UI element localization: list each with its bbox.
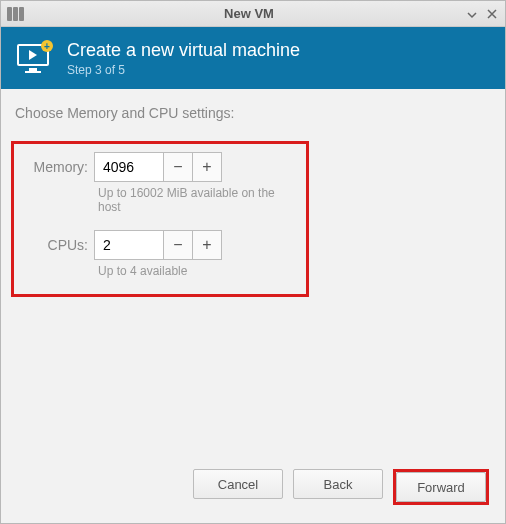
back-button[interactable]: Back bbox=[293, 469, 383, 499]
window-controls bbox=[465, 7, 499, 21]
memory-spinner: − + bbox=[94, 152, 222, 182]
memory-row: Memory: − + bbox=[14, 152, 296, 182]
wizard-content: Choose Memory and CPU settings: Memory: … bbox=[1, 89, 505, 451]
memory-decrement[interactable]: − bbox=[163, 152, 193, 182]
svg-rect-6 bbox=[29, 68, 37, 71]
titlebar: New VM bbox=[1, 1, 505, 27]
svg-rect-0 bbox=[7, 7, 12, 21]
minimize-icon[interactable] bbox=[465, 7, 479, 21]
memory-label: Memory: bbox=[14, 159, 94, 175]
svg-text:+: + bbox=[44, 41, 50, 52]
banner-subtitle: Step 3 of 5 bbox=[67, 63, 300, 77]
forward-button[interactable]: Forward bbox=[396, 472, 486, 502]
memory-hint: Up to 16002 MiB available on the host bbox=[98, 186, 296, 214]
memory-increment[interactable]: + bbox=[192, 152, 222, 182]
banner-texts: Create a new virtual machine Step 3 of 5 bbox=[67, 40, 300, 77]
svg-rect-1 bbox=[13, 7, 18, 21]
vm-wizard-window: New VM + Create a new virtual machine St… bbox=[0, 0, 506, 524]
svg-rect-2 bbox=[19, 7, 24, 21]
cpus-spinner: − + bbox=[94, 230, 222, 260]
cpus-input[interactable] bbox=[94, 230, 164, 260]
app-icon bbox=[7, 7, 25, 21]
cancel-button[interactable]: Cancel bbox=[193, 469, 283, 499]
cpus-increment[interactable]: + bbox=[192, 230, 222, 260]
svg-rect-7 bbox=[25, 71, 41, 73]
cpus-hint: Up to 4 available bbox=[98, 264, 296, 278]
cpus-decrement[interactable]: − bbox=[163, 230, 193, 260]
cpus-row: CPUs: − + bbox=[14, 230, 296, 260]
wizard-banner: + Create a new virtual machine Step 3 of… bbox=[1, 27, 505, 89]
cpus-label: CPUs: bbox=[14, 237, 94, 253]
section-label: Choose Memory and CPU settings: bbox=[15, 105, 491, 121]
monitor-icon: + bbox=[15, 38, 55, 78]
window-title: New VM bbox=[33, 6, 465, 21]
settings-highlight: Memory: − + Up to 16002 MiB available on… bbox=[11, 141, 309, 297]
wizard-footer: Cancel Back Forward bbox=[1, 451, 505, 523]
banner-title: Create a new virtual machine bbox=[67, 40, 300, 61]
forward-highlight: Forward bbox=[393, 469, 489, 505]
close-icon[interactable] bbox=[485, 7, 499, 21]
memory-input[interactable] bbox=[94, 152, 164, 182]
